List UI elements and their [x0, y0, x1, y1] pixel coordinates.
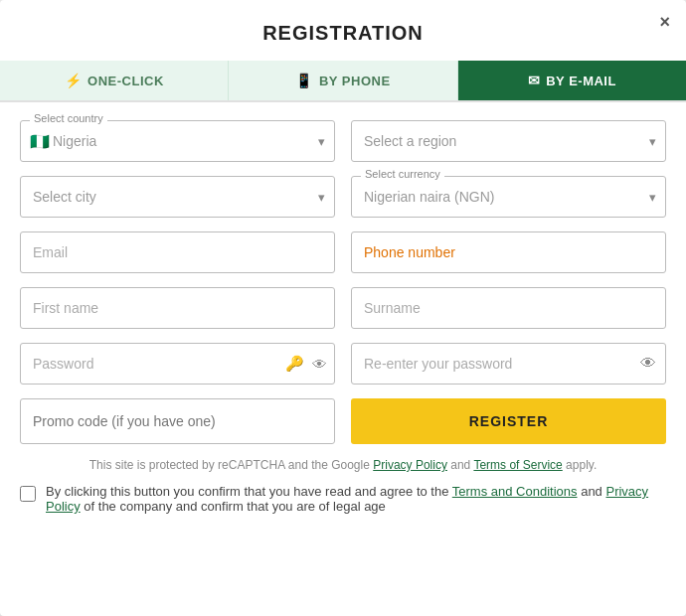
terms-row: By clicking this button you confirm that… — [0, 484, 686, 514]
firstname-input[interactable] — [20, 287, 335, 329]
email-group — [20, 231, 335, 273]
city-group: Select city ▾ — [20, 176, 335, 218]
registration-modal: × REGISTRATION ⚡ ONE-CLICK 📱 BY PHONE ✉ … — [0, 0, 686, 616]
tab-one-click-label: ONE-CLICK — [87, 74, 164, 88]
phone-group — [351, 231, 666, 273]
promo-group — [20, 398, 335, 444]
country-label: Select country — [30, 112, 107, 124]
row-name-surname — [20, 287, 666, 329]
firstname-group — [20, 287, 335, 329]
phone-tab-icon: 📱 — [295, 73, 313, 88]
password-group: 🔑 👁 — [20, 343, 335, 385]
repassword-input[interactable] — [351, 343, 666, 385]
terms-conditions-link[interactable]: Terms and Conditions — [452, 484, 578, 499]
currency-label: Select currency — [361, 168, 444, 180]
tab-bar: ⚡ ONE-CLICK 📱 BY PHONE ✉ BY E-MAIL — [0, 61, 686, 102]
region-group: Select a region ▾ — [351, 120, 666, 162]
close-button[interactable]: × — [659, 12, 670, 33]
country-select[interactable]: Nigeria — [20, 120, 335, 162]
terms-of-service-link[interactable]: Terms of Service — [473, 458, 562, 472]
modal-title: REGISTRATION — [0, 0, 686, 61]
lightning-icon: ⚡ — [65, 73, 83, 88]
row-email-phone — [20, 231, 666, 273]
terms-checkbox[interactable] — [20, 486, 36, 502]
tab-by-email[interactable]: ✉ BY E-MAIL — [458, 61, 686, 100]
form-body: Select country 🇳🇬 Nigeria ▾ Select a reg… — [0, 120, 686, 444]
recaptcha-apply: apply. — [566, 458, 597, 472]
phone-input[interactable] — [351, 231, 666, 273]
recaptcha-and: and — [450, 458, 470, 472]
recaptcha-text: This site is protected by reCAPTCHA and … — [89, 458, 370, 472]
row-passwords: 🔑 👁 👁 — [20, 343, 666, 385]
tab-by-phone[interactable]: 📱 BY PHONE — [229, 61, 457, 100]
surname-input[interactable] — [351, 287, 666, 329]
email-tab-icon: ✉ — [528, 73, 541, 88]
promo-input[interactable] — [20, 398, 335, 444]
key-icon: 🔑 — [285, 355, 304, 373]
currency-group: Select currency Nigerian naira (NGN) ▾ — [351, 176, 666, 218]
row-promo-register: REGISTER — [20, 398, 666, 444]
email-input[interactable] — [20, 231, 335, 273]
surname-group — [351, 287, 666, 329]
tab-one-click[interactable]: ⚡ ONE-CLICK — [0, 61, 229, 100]
city-select[interactable]: Select city — [20, 176, 335, 218]
tab-by-phone-label: BY PHONE — [319, 74, 391, 88]
row-city-currency: Select city ▾ Select currency Nigerian n… — [20, 176, 666, 218]
register-button[interactable]: REGISTER — [351, 398, 666, 444]
terms-text: By clicking this button you confirm that… — [46, 484, 666, 514]
recaptcha-notice: This site is protected by reCAPTCHA and … — [0, 458, 686, 472]
row-country-region: Select country 🇳🇬 Nigeria ▾ Select a reg… — [20, 120, 666, 162]
privacy-policy-link[interactable]: Privacy Policy — [373, 458, 447, 472]
currency-select[interactable]: Nigerian naira (NGN) — [351, 176, 666, 218]
eye-slash-icon[interactable]: 👁 — [312, 356, 327, 373]
tab-by-email-label: BY E-MAIL — [546, 74, 616, 88]
country-group: Select country 🇳🇬 Nigeria ▾ — [20, 120, 335, 162]
repassword-group: 👁 — [351, 343, 666, 385]
region-select[interactable]: Select a region — [351, 120, 666, 162]
password-icons: 🔑 👁 — [285, 355, 327, 373]
